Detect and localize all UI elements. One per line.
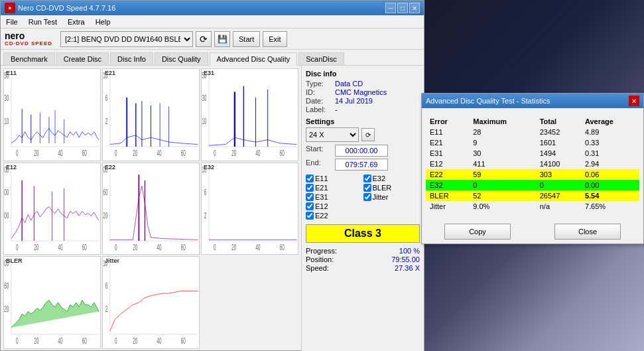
cell-error: E11 <box>426 127 469 137</box>
tab-scan-disc[interactable]: ScanDisc <box>298 52 344 65</box>
checkbox-e22: E22 <box>306 212 363 220</box>
menu-help[interactable]: Help <box>93 17 113 27</box>
menu-extra[interactable]: Extra <box>65 17 88 27</box>
disc-label-label: Label: <box>306 105 332 113</box>
window-controls: ─ □ ✕ <box>385 3 420 13</box>
checkbox-e21-input[interactable] <box>306 184 314 192</box>
exit-button[interactable]: Exit <box>263 31 287 47</box>
start-time-label: Start: <box>306 145 332 157</box>
cell-max: 59 <box>469 169 535 180</box>
cell-avg: 2.94 <box>581 159 639 169</box>
chart-e31: E31 50 30 10 0 20 40 60 <box>201 68 298 161</box>
checkbox-e11-input[interactable] <box>306 175 314 182</box>
menu-file[interactable]: File <box>3 17 21 27</box>
svg-text:100: 100 <box>4 210 9 220</box>
svg-text:20: 20 <box>133 149 137 158</box>
refresh-icon-button[interactable]: ⟳ <box>196 31 212 47</box>
table-row: E21 9 1601 0.33 <box>426 137 639 148</box>
table-row-e22: E22 59 303 0.06 <box>426 169 639 180</box>
chart-bler: BLER 100 60 20 0 20 40 60 <box>3 256 101 349</box>
stats-close-button[interactable]: ✕ <box>629 96 639 106</box>
settings-title: Settings <box>306 117 420 125</box>
close-stats-button[interactable]: Close <box>554 224 621 240</box>
chart-e22: E22 100 60 20 0 20 40 60 <box>102 163 200 255</box>
speed-selector[interactable]: 24 X <box>306 127 359 142</box>
cell-error: E31 <box>426 148 469 159</box>
settings-section: Settings 24 X ⟳ Start: End: <box>306 117 420 171</box>
chart-jitter-label: Jitter <box>105 257 119 264</box>
speed-label: Speed: <box>306 264 329 272</box>
tab-benchmark[interactable]: Benchmark <box>3 52 55 65</box>
svg-text:6: 6 <box>105 281 108 291</box>
cell-error: E21 <box>426 137 469 148</box>
save-icon-button[interactable]: 💾 <box>214 31 230 47</box>
stats-content: Error Maximum Total Average E11 28 23452… <box>422 108 643 220</box>
table-row: E12 411 14100 2.94 <box>426 159 639 169</box>
stats-table-body: E11 28 23452 4.89 E21 9 1601 0.33 E31 30… <box>426 127 639 212</box>
copy-button[interactable]: Copy <box>444 224 511 240</box>
chart-e12-svg: 500 300 100 0 20 40 60 <box>4 163 100 255</box>
disc-label-value: - <box>335 105 338 113</box>
app-logo: nero CD·DVD SPEED <box>5 31 52 46</box>
checkbox-e32-label: E32 <box>373 175 386 182</box>
checkbox-bler: BLER <box>363 184 420 192</box>
end-time-label: End: <box>306 159 332 171</box>
svg-text:60: 60 <box>82 336 87 346</box>
chart-jitter-svg: 10 6 2 0 20 40 60 <box>103 257 199 348</box>
speed-refresh-icon[interactable]: ⟳ <box>361 128 375 141</box>
checkbox-e31-input[interactable] <box>306 193 314 201</box>
checkbox-e32-input[interactable] <box>363 175 371 182</box>
chart-e21-svg: 10 6 2 0 20 40 60 <box>103 69 199 161</box>
svg-text:20: 20 <box>103 210 107 220</box>
svg-text:20: 20 <box>231 149 236 158</box>
checkbox-jitter-label: Jitter <box>373 193 389 201</box>
col-error: Error <box>426 116 469 127</box>
svg-text:20: 20 <box>133 242 137 251</box>
svg-text:30: 30 <box>4 94 9 103</box>
cell-max: 28 <box>469 127 535 137</box>
checkbox-jitter-input[interactable] <box>363 193 371 201</box>
position-row: Position: 79:55.00 <box>306 255 420 263</box>
minimize-button[interactable]: ─ <box>385 3 396 13</box>
chart-bler-svg: 100 60 20 0 20 40 60 <box>4 257 100 348</box>
chart-e21-label: E21 <box>105 70 115 76</box>
svg-text:40: 40 <box>58 149 63 158</box>
checkbox-e12-input[interactable] <box>306 202 314 210</box>
logo-sub: CD·DVD SPEED <box>5 40 52 46</box>
svg-text:20: 20 <box>34 149 38 158</box>
svg-text:6: 6 <box>105 94 108 103</box>
tab-disc-quality[interactable]: Disc Quality <box>155 52 208 65</box>
stats-table-header: Error Maximum Total Average <box>426 116 639 127</box>
maximize-button[interactable]: □ <box>397 3 408 13</box>
end-time-input[interactable] <box>335 159 388 171</box>
svg-text:0: 0 <box>16 336 19 346</box>
info-panel: Disc info Type: Data CD ID: CMC Magnetic… <box>301 66 424 351</box>
svg-text:0: 0 <box>115 336 117 346</box>
table-row: E31 30 1494 0.31 <box>426 148 639 159</box>
checkbox-e12: E12 <box>306 202 363 210</box>
close-button[interactable]: ✕ <box>409 3 420 13</box>
svg-text:40: 40 <box>256 242 261 251</box>
svg-text:40: 40 <box>256 149 261 158</box>
cell-avg: 5.54 <box>581 190 639 201</box>
checkbox-bler-input[interactable] <box>363 184 371 192</box>
checkbox-e22-input[interactable] <box>306 212 314 220</box>
col-maximum: Maximum <box>469 116 535 127</box>
svg-text:10: 10 <box>202 116 206 125</box>
menu-run-test[interactable]: Run Test <box>26 17 60 27</box>
checkbox-group: E11 E32 E21 BLER E31 <box>306 175 420 220</box>
cell-total: 14100 <box>536 159 581 169</box>
checkbox-bler-label: BLER <box>373 184 392 192</box>
disc-type-row: Type: Data CD <box>306 80 420 88</box>
tab-disc-info[interactable]: Disc Info <box>110 52 153 65</box>
logo-main: nero <box>5 31 52 40</box>
drive-selector[interactable]: [2:1] BENQ DVD DD DW1640 BSLB <box>60 31 193 47</box>
class-value: Class 3 <box>309 228 417 240</box>
start-time-input[interactable] <box>335 145 388 157</box>
start-button[interactable]: Start <box>233 31 260 47</box>
svg-text:60: 60 <box>82 149 87 158</box>
cell-max: 30 <box>469 148 535 159</box>
tab-advanced-disc-quality[interactable]: Advanced Disc Quality <box>210 52 298 66</box>
cell-max: 411 <box>469 159 535 169</box>
tab-create-disc[interactable]: Create Disc <box>56 52 109 65</box>
